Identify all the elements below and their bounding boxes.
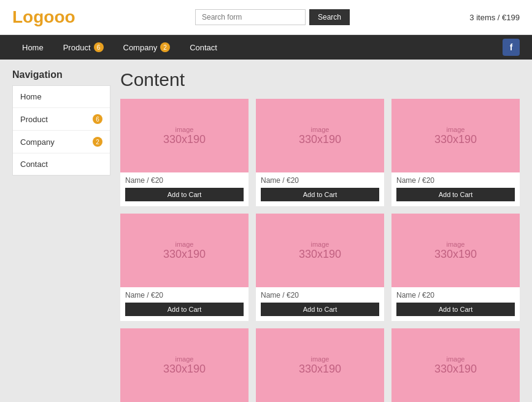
product-card: image 330x190 Name / €20 Add to Cart	[120, 99, 249, 206]
image-label: image	[311, 126, 330, 133]
logo-text: Logo	[12, 7, 54, 26]
image-size: 330x190	[434, 133, 477, 146]
product-info: Name / €20 Add to Cart	[120, 172, 249, 206]
nav-item-home[interactable]: Home	[12, 36, 53, 60]
add-to-cart-button[interactable]: Add to Cart	[261, 188, 379, 201]
image-label: image	[175, 355, 194, 363]
sidebar-item-product[interactable]: Product 6	[13, 108, 110, 131]
product-card: image 330x190 Name / €20 Add to Cart	[256, 214, 384, 321]
search-area: Search	[195, 9, 350, 25]
product-card: image 330x190 Name / €20 Add to Cart	[391, 214, 520, 321]
header: Logooo Search 3 items / €199	[0, 0, 532, 35]
sidebar-badge-product: 6	[93, 114, 102, 124]
add-to-cart-button[interactable]: Add to Cart	[125, 303, 244, 316]
search-button[interactable]: Search	[309, 9, 350, 25]
sidebar-item-contact[interactable]: Contact	[13, 153, 110, 175]
product-info: Name / €20 Add to Cart	[391, 172, 520, 206]
add-to-cart-button[interactable]: Add to Cart	[396, 303, 515, 316]
image-label: image	[447, 126, 465, 133]
sidebar-item-company[interactable]: Company 2	[13, 131, 110, 153]
sidebar-title: Navigation	[12, 69, 110, 80]
sidebar-label-home: Home	[20, 92, 42, 101]
product-name: Name / €20	[125, 291, 244, 300]
image-label: image	[447, 241, 465, 248]
navbar: Home Product 6 Company 2 Contact f	[0, 35, 532, 60]
image-label: image	[447, 355, 465, 363]
search-input[interactable]	[195, 9, 306, 25]
image-label: image	[311, 241, 330, 248]
product-card: image 330x190 Name / €20 Add to Cart	[120, 214, 249, 321]
product-name: Name / €20	[261, 291, 379, 300]
content-area: Content image 330x190 Name / €20 Add to …	[120, 69, 520, 402]
product-card: image 330x190 Name / €20 Add to Cart	[256, 328, 384, 402]
nav-item-contact[interactable]: Contact	[180, 36, 227, 60]
product-card: image 330x190 Name / €20 Add to Cart	[256, 99, 384, 206]
sidebar-item-home[interactable]: Home	[13, 86, 110, 108]
product-image: image 330x190	[120, 99, 249, 172]
nav-label-product: Product	[63, 43, 91, 52]
product-card: image 330x190 Name / €20 Add to Cart	[391, 328, 520, 402]
facebook-icon[interactable]: f	[503, 39, 520, 56]
product-info: Name / €20 Add to Cart	[120, 287, 249, 321]
product-image: image 330x190	[256, 99, 384, 172]
product-image: image 330x190	[391, 328, 520, 402]
product-image: image 330x190	[256, 214, 384, 287]
product-name: Name / €20	[261, 176, 379, 185]
product-name: Name / €20	[396, 176, 515, 185]
product-image: image 330x190	[391, 99, 520, 172]
sidebar-label-product: Product	[20, 115, 48, 124]
nav-label-company: Company	[123, 43, 158, 52]
add-to-cart-button[interactable]: Add to Cart	[396, 188, 515, 201]
nav-badge-product: 6	[94, 42, 104, 52]
image-label: image	[175, 241, 194, 248]
image-size: 330x190	[434, 248, 477, 261]
sidebar-badge-company: 2	[93, 137, 102, 147]
product-info: Name / €20 Add to Cart	[256, 172, 384, 206]
nav-label-home: Home	[22, 43, 44, 52]
sidebar-nav: Home Product 6 Company 2 Contact	[12, 85, 110, 176]
nav-label-contact: Contact	[190, 43, 217, 52]
product-name: Name / €20	[396, 291, 515, 300]
add-to-cart-button[interactable]: Add to Cart	[125, 188, 244, 201]
product-info: Name / €20 Add to Cart	[391, 287, 520, 321]
product-image: image 330x190	[120, 328, 249, 402]
image-size: 330x190	[163, 133, 206, 146]
content-title: Content	[120, 69, 520, 90]
product-card: image 330x190 Name / €20 Add to Cart	[120, 328, 249, 402]
product-name: Name / €20	[125, 176, 244, 185]
image-label: image	[175, 126, 194, 133]
add-to-cart-button[interactable]: Add to Cart	[261, 303, 379, 316]
image-label: image	[311, 355, 330, 363]
sidebar: Navigation Home Product 6 Company 2 Cont…	[12, 69, 110, 402]
product-image: image 330x190	[256, 328, 384, 402]
image-size: 330x190	[434, 363, 477, 376]
image-size: 330x190	[299, 133, 341, 146]
image-size: 330x190	[163, 248, 206, 261]
main-wrapper: Navigation Home Product 6 Company 2 Cont…	[0, 60, 532, 402]
product-image: image 330x190	[120, 214, 249, 287]
image-size: 330x190	[163, 363, 206, 376]
product-grid: image 330x190 Name / €20 Add to Cart ima…	[120, 99, 520, 402]
nav-badge-company: 2	[160, 42, 170, 52]
logo: Logooo	[12, 7, 75, 27]
nav-items: Home Product 6 Company 2 Contact	[12, 35, 227, 60]
product-image: image 330x190	[391, 214, 520, 287]
sidebar-label-contact: Contact	[20, 160, 48, 169]
nav-item-company[interactable]: Company 2	[114, 35, 180, 60]
image-size: 330x190	[299, 248, 341, 261]
product-info: Name / €20 Add to Cart	[256, 287, 384, 321]
product-card: image 330x190 Name / €20 Add to Cart	[391, 99, 520, 206]
sidebar-label-company: Company	[20, 137, 55, 147]
cart-info: 3 items / €199	[469, 13, 520, 22]
image-size: 330x190	[299, 363, 341, 376]
nav-item-product[interactable]: Product 6	[53, 35, 114, 60]
logo-accent: oo	[54, 7, 75, 26]
